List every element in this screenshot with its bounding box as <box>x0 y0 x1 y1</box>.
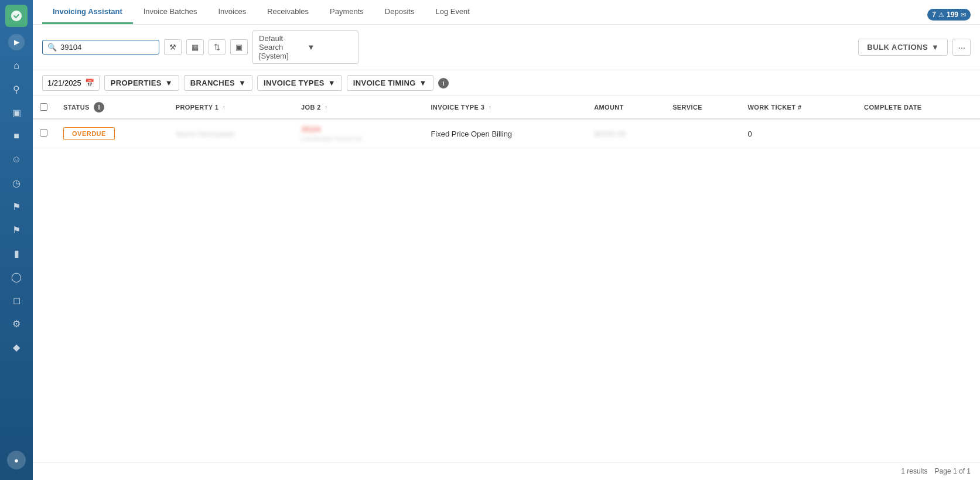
sidebar-item-calendar[interactable]: ■ <box>5 125 28 147</box>
chevron-down-icon: ▼ <box>308 43 353 52</box>
sidebar-toggle[interactable]: ▶ <box>8 34 25 50</box>
sort-button[interactable]: ⇅ <box>209 39 226 55</box>
tab-invoicing-assistant[interactable]: Invoicing Assistant <box>42 0 133 24</box>
work-ticket-cell: 0 <box>740 119 857 148</box>
search-dropdown[interactable]: Default Search [System] ▼ <box>252 30 358 64</box>
tab-deposits[interactable]: Deposits <box>374 0 425 24</box>
bulk-actions-label: BULK ACTIONS <box>867 43 928 52</box>
hierarchy-icon: ▣ <box>235 43 243 52</box>
branches-dropdown[interactable]: BRANCHES ▼ <box>184 75 252 91</box>
search-input[interactable] <box>60 43 154 52</box>
sidebar-item-home[interactable]: ⌂ <box>5 55 28 76</box>
search-icon: 🔍 <box>47 43 57 52</box>
chevron-down-icon-types: ▼ <box>328 79 336 87</box>
sidebar-item-flag[interactable]: ⚑ <box>5 196 28 217</box>
sort-icon-invoice-type3: ↑ <box>489 104 491 111</box>
nav-right: 7 ⚠ 199 ✉ <box>927 9 971 24</box>
invoice-type3-cell: Fixed Price Open Billing <box>424 119 587 148</box>
job2-blurred-top: 39104 <box>301 125 416 134</box>
filter-settings-button[interactable]: ⚒ <box>164 39 182 55</box>
tab-receivables[interactable]: Receivables <box>257 0 319 24</box>
sidebar-item-map[interactable]: ⚑ <box>5 219 28 240</box>
sidebar-item-tools[interactable]: ⚙ <box>5 313 28 334</box>
column-header-job2: JOB 2 ↑ <box>294 96 424 119</box>
status-info-icon[interactable]: i <box>94 102 104 113</box>
alert-count: 7 <box>932 11 936 19</box>
sidebar-item-chart[interactable]: ◷ <box>5 172 28 193</box>
tab-log-event[interactable]: Log Event <box>425 0 480 24</box>
main-content: Invoicing Assistant Invoice Batches Invo… <box>33 0 980 480</box>
sidebar-item-search[interactable]: ⚲ <box>5 79 28 100</box>
calendar-icon: 📅 <box>85 79 94 87</box>
complete-date-cell <box>857 119 980 148</box>
status-cell: OVERDUE <box>56 119 169 148</box>
filters-info-icon[interactable]: i <box>438 78 449 88</box>
properties-dropdown[interactable]: PROPERTIES ▼ <box>104 75 179 91</box>
tab-payments[interactable]: Payments <box>319 0 374 24</box>
sidebar-item-clock[interactable]: ◯ <box>5 266 28 287</box>
search-dropdown-label: Default Search [System] <box>259 34 304 60</box>
chevron-down-icon-props: ▼ <box>165 79 173 87</box>
alert-icon: ⚠ <box>938 11 944 19</box>
date-filter[interactable]: 1/21/2025 📅 <box>42 75 100 91</box>
sidebar-item-users[interactable]: ☺ <box>5 149 28 170</box>
column-header-invoice-type3: INVOICE TYPE 3 ↑ <box>424 96 587 119</box>
toolbar: 🔍 ⚒ ▦ ⇅ ▣ Default Search [System] ▼ BULK… <box>33 25 980 70</box>
sidebar-item-clipboard[interactable]: ▣ <box>5 102 28 123</box>
filters-row: 1/21/2025 📅 PROPERTIES ▼ BRANCHES ▼ INVO… <box>33 70 980 96</box>
app-logo[interactable] <box>5 5 28 27</box>
invoice-types-dropdown[interactable]: INVOICE TYPES ▼ <box>257 75 342 91</box>
column-header-status: STATUS i <box>56 96 169 119</box>
invoice-types-label: INVOICE TYPES <box>264 79 325 87</box>
top-navigation: Invoicing Assistant Invoice Batches Invo… <box>33 0 980 25</box>
status-badge: OVERDUE <box>63 127 115 140</box>
nav-tabs: Invoicing Assistant Invoice Batches Invo… <box>42 0 480 24</box>
sort-icon-property1: ↑ <box>223 104 226 111</box>
chevron-down-icon-timing: ▼ <box>419 79 427 87</box>
column-header-service: SERVICE <box>665 96 740 119</box>
chevron-down-icon-branches: ▼ <box>238 79 246 87</box>
job2-sub-value: Landscape Group Inc <box>301 135 416 142</box>
chevron-down-icon-bulk: ▼ <box>931 43 939 52</box>
properties-label: PROPERTIES <box>111 79 162 87</box>
notification-count: 199 <box>947 11 958 19</box>
hierarchy-button[interactable]: ▣ <box>230 39 248 55</box>
date-value: 1/21/2025 <box>47 79 81 87</box>
sidebar-item-flask[interactable]: ◆ <box>5 336 28 358</box>
property1-value: Name Nameplate <box>176 130 235 138</box>
property1-cell: Name Nameplate <box>169 119 294 148</box>
row-checkbox-cell <box>33 119 56 148</box>
row-checkbox[interactable] <box>40 129 47 137</box>
sidebar: ▶ ⌂ ⚲ ▣ ■ ☺ ◷ ⚑ ⚑ ▮ ◯ ◻ ⚙ ◆ ● <box>0 0 33 480</box>
column-header-complete-date: COMPLETE DATE <box>857 96 980 119</box>
results-count: 1 results <box>901 467 927 475</box>
table-container: STATUS i PROPERTY 1 ↑ JOB 2 ↑ INVOICE TY… <box>33 96 980 462</box>
invoices-table: STATUS i PROPERTY 1 ↑ JOB 2 ↑ INVOICE TY… <box>33 96 980 148</box>
search-box[interactable]: 🔍 <box>42 40 159 55</box>
select-all-checkbox[interactable] <box>40 103 47 111</box>
service-cell <box>665 119 740 148</box>
columns-button[interactable]: ▦ <box>186 39 204 55</box>
branches-label: BRANCHES <box>190 79 235 87</box>
invoice-timing-dropdown[interactable]: INVOICE TIMING ▼ <box>347 75 433 91</box>
sort-icon-job2: ↑ <box>325 104 327 111</box>
sidebar-item-briefcase[interactable]: ▮ <box>5 243 28 264</box>
bell-icon: ✉ <box>961 11 966 19</box>
sort-icon: ⇅ <box>214 43 220 52</box>
columns-icon: ▦ <box>192 43 199 52</box>
notification-badges[interactable]: 7 ⚠ 199 ✉ <box>927 9 971 21</box>
table-row: OVERDUE Name Nameplate 39104 Landscape G… <box>33 119 980 148</box>
more-options-button[interactable]: ··· <box>952 39 971 56</box>
bulk-actions-button[interactable]: BULK ACTIONS ▼ <box>858 39 948 56</box>
column-header-amount: AMOUNT <box>587 96 665 119</box>
ellipsis-icon: ··· <box>958 42 965 52</box>
tab-invoice-batches[interactable]: Invoice Batches <box>133 0 208 24</box>
sidebar-item-reports[interactable]: ◻ <box>5 290 28 311</box>
select-all-header <box>33 96 56 119</box>
job2-cell: 39104 Landscape Group Inc <box>294 119 424 148</box>
tab-invoices[interactable]: Invoices <box>208 0 257 24</box>
table-footer: 1 results Page 1 of 1 <box>33 462 980 480</box>
user-avatar[interactable]: ● <box>7 451 26 469</box>
amount-cell: $9999.99 <box>587 119 665 148</box>
column-header-property1: PROPERTY 1 ↑ <box>169 96 294 119</box>
